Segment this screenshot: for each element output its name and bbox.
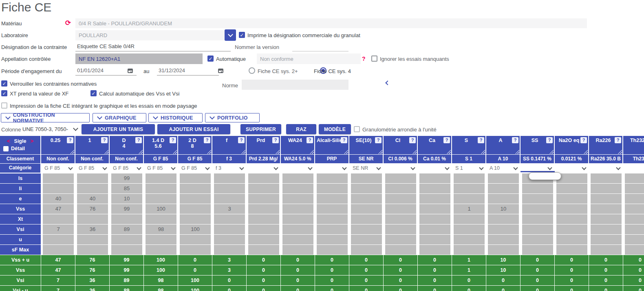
grid-cell[interactable] [146, 245, 176, 255]
h-scrollbar-thumb[interactable] [529, 172, 561, 180]
grid-cell[interactable] [77, 184, 108, 193]
grid-cell[interactable] [419, 235, 450, 244]
grid-cell[interactable] [522, 214, 553, 224]
grid-cell[interactable] [625, 224, 644, 234]
help-icon[interactable]: ? [341, 137, 347, 143]
grid-cell[interactable] [591, 184, 622, 193]
grid-cell[interactable] [488, 224, 519, 234]
categorie-select[interactable]: f 3 [212, 164, 246, 173]
grid-cell[interactable] [180, 194, 211, 204]
grid-cell[interactable] [385, 214, 416, 224]
grid-cell[interactable] [419, 224, 450, 234]
grid-cell[interactable] [556, 224, 587, 234]
grid-cell[interactable] [111, 214, 142, 224]
categorie-select[interactable]: G F 85 [41, 164, 75, 173]
categorie-select[interactable] [555, 164, 588, 173]
grid-cell[interactable] [146, 214, 176, 224]
grid-cell[interactable] [522, 194, 553, 204]
help-icon[interactable]: ? [135, 137, 142, 143]
categorie-select[interactable]: G F 85 [110, 164, 143, 173]
help-icon[interactable]: ? [375, 137, 382, 143]
column-resize-grip[interactable] [310, 150, 314, 154]
sigle-prev-arrow[interactable]: < [7, 138, 10, 144]
grid-cell[interactable] [282, 214, 313, 224]
grid-cell[interactable] [556, 204, 587, 214]
grid-cell[interactable] [385, 204, 416, 214]
grid-cell[interactable] [248, 245, 279, 255]
grid-cell[interactable] [282, 173, 313, 183]
grid-cell[interactable] [556, 194, 587, 204]
grid-cell[interactable] [317, 245, 348, 255]
help-icon[interactable]: ? [204, 137, 210, 143]
grid-cell[interactable] [282, 235, 313, 244]
grid-cell[interactable] [454, 173, 485, 183]
grid-cell[interactable] [317, 214, 348, 224]
grid-cell[interactable] [180, 245, 211, 255]
grid-cell[interactable] [556, 235, 587, 244]
grid-cell[interactable] [385, 224, 416, 234]
help-icon[interactable]: ? [307, 137, 313, 143]
help-icon[interactable]: ? [443, 137, 450, 143]
categorie-select[interactable] [418, 164, 451, 173]
grid-cell[interactable] [180, 173, 211, 183]
grid-cell[interactable]: 99 [111, 173, 142, 183]
grid-cell[interactable] [248, 224, 279, 234]
grid-cell[interactable] [591, 214, 622, 224]
grid-cell[interactable]: 47 [43, 204, 74, 214]
grid-cell[interactable] [248, 173, 279, 183]
grid-cell[interactable] [385, 184, 416, 193]
grid-cell[interactable] [454, 245, 485, 255]
categorie-select[interactable] [247, 164, 280, 173]
column-resize-grip[interactable] [70, 150, 74, 154]
grid-cell[interactable] [282, 194, 313, 204]
grid-cell[interactable]: 99 [111, 204, 142, 214]
grid-cell[interactable] [488, 194, 519, 204]
grid-cell[interactable] [214, 214, 245, 224]
grid-cell[interactable] [488, 184, 519, 193]
help-icon[interactable]: ? [101, 137, 108, 143]
grid-cell[interactable] [351, 235, 382, 244]
grid-cell[interactable] [625, 235, 644, 244]
grid-cell[interactable]: 36 [77, 224, 108, 234]
grid-cell[interactable] [43, 214, 74, 224]
help-icon[interactable]: ? [170, 137, 176, 143]
help-icon[interactable]: ? [512, 137, 518, 143]
grid-cell[interactable] [317, 235, 348, 244]
grid-cell[interactable] [385, 173, 416, 183]
grid-cell[interactable] [488, 235, 519, 244]
grid-cell[interactable] [146, 173, 176, 183]
grid-cell[interactable] [180, 204, 211, 214]
grid-cell[interactable]: 1 [454, 204, 485, 214]
grid-cell[interactable] [625, 204, 644, 214]
column-resize-grip[interactable] [618, 150, 622, 154]
grid-cell[interactable] [591, 173, 622, 183]
column-resize-grip[interactable] [241, 150, 245, 154]
grid-cell[interactable] [625, 184, 644, 193]
grid-cell[interactable] [248, 204, 279, 214]
grid-cell[interactable] [522, 184, 553, 193]
help-icon[interactable]: ? [615, 137, 621, 143]
grid-cell[interactable] [522, 224, 553, 234]
grid-cell[interactable] [214, 184, 245, 193]
grid-cell[interactable]: 10 [111, 194, 142, 204]
grid-cell[interactable] [556, 214, 587, 224]
grid-cell[interactable] [522, 235, 553, 244]
grid-cell[interactable] [248, 235, 279, 244]
grid-cell[interactable] [419, 245, 450, 255]
grid-cell[interactable] [522, 204, 553, 214]
grid-cell[interactable] [77, 235, 108, 244]
grid-cell[interactable] [591, 194, 622, 204]
grid-cell[interactable] [351, 224, 382, 234]
categorie-select[interactable] [315, 164, 348, 173]
grid-cell[interactable] [317, 184, 348, 193]
grid-cell[interactable] [351, 173, 382, 183]
grid-cell[interactable] [214, 173, 245, 183]
grid-cell[interactable] [591, 245, 622, 255]
categorie-select[interactable] [623, 164, 644, 173]
grid-cell[interactable] [591, 204, 622, 214]
grid-cell[interactable]: 89 [111, 224, 142, 234]
help-icon[interactable]: ? [546, 137, 553, 143]
categorie-select[interactable]: SE NR [349, 164, 383, 173]
column-resize-grip[interactable] [412, 150, 417, 154]
grid-cell[interactable] [385, 194, 416, 204]
